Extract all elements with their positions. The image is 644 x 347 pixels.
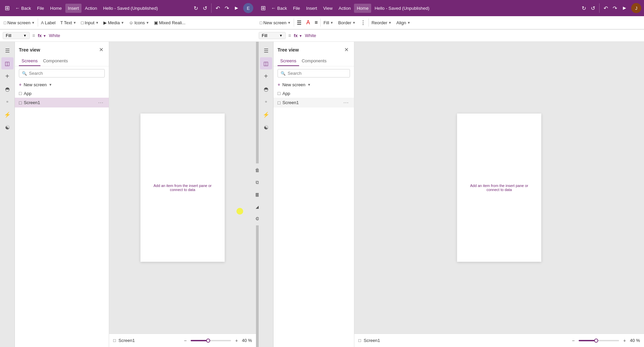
media-btn-left[interactable]: ▶ Media ▼ (101, 19, 126, 27)
text-btn-left[interactable]: T Text ▼ (58, 19, 78, 27)
plus-icon-right[interactable]: + (260, 70, 272, 82)
play-right[interactable]: ► (620, 4, 629, 12)
search-input-left[interactable] (29, 71, 102, 76)
refresh-icon-right[interactable]: ↺ (589, 4, 597, 13)
align-icon-right[interactable]: ≡ (313, 18, 320, 27)
zoom-thumb-right[interactable] (594, 339, 598, 343)
tree-view-close-right[interactable]: ✕ (343, 46, 350, 54)
action-menu-right[interactable]: Action (336, 4, 353, 13)
topbar-left: ⊞ ← Back File Home Insert Action Hello -… (0, 0, 256, 16)
refresh-icon-left[interactable]: ↺ (201, 4, 209, 13)
screen1-item-right[interactable]: □ Screen1 ⋯ (273, 98, 354, 107)
bolt-icon-left[interactable]: ⚡ (1, 108, 13, 121)
tab-components-left[interactable]: Components (40, 56, 71, 66)
user-avatar-left[interactable]: E (243, 3, 253, 13)
insert-menu-left[interactable]: Insert (65, 4, 82, 13)
screen1-item-left[interactable]: □ Screen1 ⋯ (15, 98, 109, 107)
screen-icon-left: □ (4, 20, 6, 25)
screen1-more-left[interactable]: ⋯ (97, 99, 105, 106)
chart-icon-right[interactable]: ▫ (260, 96, 272, 108)
layers-icon-right[interactable]: ◫ (260, 57, 272, 69)
format-icon-right[interactable]: ☰ (295, 18, 303, 27)
bolt-icon-right[interactable]: ⚡ (260, 108, 272, 121)
insert-menu-right[interactable]: Insert (303, 4, 320, 13)
redo-right[interactable]: ↷ (611, 4, 619, 13)
input-chevron-left: ▼ (95, 21, 99, 25)
file-menu-right[interactable]: File (290, 4, 303, 13)
search-input-right[interactable] (288, 71, 347, 76)
tab-screens-left[interactable]: Screens (19, 56, 40, 66)
zoom-minus-right[interactable]: − (570, 337, 577, 344)
align-btn-right[interactable]: Align ▼ (394, 19, 413, 27)
color-icon-right[interactable]: A (304, 18, 312, 27)
tab-components-right[interactable]: Components (299, 56, 329, 66)
action-menu-left[interactable]: Action (82, 4, 100, 13)
input-btn-left[interactable]: □ Input ▼ (79, 19, 101, 27)
tab-screens-right[interactable]: Screens (278, 56, 299, 66)
sync-icon-right[interactable]: ↻ (580, 4, 588, 13)
hamburger-icon-right[interactable]: ☰ (260, 44, 272, 57)
tree-search-left[interactable]: 🔍 (19, 69, 105, 77)
zoom-plus-right[interactable]: + (621, 337, 628, 344)
fx-btn-left[interactable]: fx ▼ (38, 33, 46, 38)
new-screen-item-left[interactable]: + New screen ▼ (15, 80, 109, 89)
apps-grid-icon-right[interactable]: ⊞ (259, 3, 268, 13)
canvas-area-left: Add an item from the insert pane or conn… (109, 42, 256, 334)
controls-icon-right[interactable]: ☯ (260, 121, 272, 133)
zoom-thumb-left[interactable] (206, 339, 210, 343)
fx-btn-right[interactable]: fx ▼ (294, 33, 302, 38)
tree-view-title-left: Tree view (19, 47, 40, 53)
tree-view-tabs-left: Screens Components (15, 56, 109, 66)
fx-chevron-right: ▼ (299, 34, 302, 38)
user-avatar-right[interactable]: J (631, 3, 641, 13)
fill-btn-right[interactable]: Fill ▼ (321, 19, 335, 27)
fill-dropdown-right[interactable]: Fill ▼ (259, 32, 286, 39)
new-screen-btn-right[interactable]: □ New screen ▼ (257, 19, 293, 27)
zoom-slider-left[interactable] (191, 340, 231, 341)
file-menu-left[interactable]: File (34, 0, 47, 16)
icons-btn-left[interactable]: ☺ Icons ▼ (127, 19, 151, 27)
plus-icon-left[interactable]: + (1, 70, 13, 82)
screen-icon-right: □ (260, 20, 262, 25)
back-button-left[interactable]: ← Back (12, 4, 34, 12)
label-btn-left[interactable]: A Label (39, 19, 57, 27)
tree-search-right[interactable]: 🔍 (278, 69, 350, 77)
layers-icon-left[interactable]: ◫ (1, 57, 13, 69)
app-item-left[interactable]: □ App (15, 89, 109, 98)
database-icon-left[interactable]: ◓ (1, 83, 13, 95)
label-icon-left: A (41, 20, 44, 25)
view-menu-right[interactable]: View (320, 4, 335, 13)
hamburger-icon-left[interactable]: ☰ (1, 44, 13, 57)
screen-checkbox-right: □ (358, 338, 361, 343)
home-menu-left[interactable]: Home (47, 4, 65, 13)
zoom-minus-left[interactable]: − (182, 337, 189, 344)
zoom-slider-right[interactable] (579, 340, 619, 341)
controls-icon-left[interactable]: ☯ (1, 121, 13, 133)
redo-left[interactable]: ↷ (223, 4, 231, 13)
undo-right[interactable]: ↶ (602, 4, 610, 13)
sync-icon-left[interactable]: ↻ (192, 4, 200, 13)
expand-btn-right[interactable]: ⋮ (358, 18, 368, 27)
zoom-plus-left[interactable]: + (233, 337, 240, 344)
app-item-right[interactable]: □ App (273, 89, 354, 98)
mixed-btn-left[interactable]: ▣ Mixed Reali... (152, 19, 188, 27)
topbar-right: ⊞ ← Back File Insert View Action Home He… (256, 0, 644, 16)
reorder-btn-right[interactable]: Reorder ▼ (369, 19, 394, 27)
tree-view-close-left[interactable]: ✕ (98, 46, 105, 54)
text-chevron-left: ▼ (73, 21, 76, 25)
new-screen-btn-left[interactable]: □ New screen ▼ (1, 19, 37, 27)
database-icon-right[interactable]: ◓ (260, 83, 272, 95)
home-menu-right[interactable]: Home (354, 4, 371, 13)
fill-dropdown-left[interactable]: Fill ▼ (3, 32, 30, 39)
text-icon-left: T (60, 20, 63, 25)
back-button-right[interactable]: ← Back (268, 4, 290, 12)
panel-divider[interactable]: 🗑 ⧉ ▩ ◢ ⚙ (256, 42, 259, 347)
chart-icon-left[interactable]: ▫ (1, 96, 13, 108)
play-left[interactable]: ► (232, 4, 241, 12)
border-btn-right[interactable]: Border ▼ (336, 19, 358, 27)
undo-left[interactable]: ↶ (214, 4, 222, 13)
screen1-icon-left: □ (19, 100, 22, 105)
screen1-more-right[interactable]: ⋯ (342, 99, 350, 106)
new-screen-item-right[interactable]: + New screen ▼ (273, 80, 354, 89)
apps-grid-icon-left[interactable]: ⊞ (3, 3, 12, 13)
